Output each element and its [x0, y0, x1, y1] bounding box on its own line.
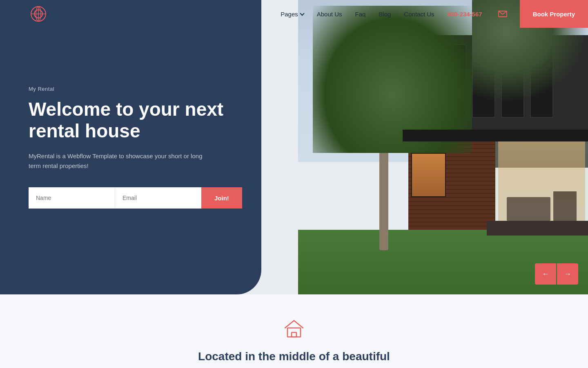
header: Pages About Us Faq Blog Contact Us 800-2… [0, 0, 588, 28]
hero-image-panel: ← → [298, 0, 588, 294]
home-icon [283, 319, 305, 339]
hero-subtitle: My Rental [29, 86, 233, 92]
main-nav: Pages About Us Faq Blog Contact Us 800-2… [281, 7, 510, 21]
bottom-text: Located in the middle of a beautiful lan… [182, 348, 406, 368]
prev-arrow-button[interactable]: ← [535, 263, 556, 285]
logo-icon [29, 5, 47, 23]
logo[interactable] [29, 5, 47, 23]
email-input[interactable] [115, 187, 201, 209]
chevron-down-icon [300, 11, 304, 16]
nav-blog[interactable]: Blog [379, 11, 391, 18]
name-input[interactable] [29, 187, 115, 209]
nav-pages[interactable]: Pages [281, 11, 304, 18]
envelope-icon [498, 11, 507, 17]
hero-form: Join! [29, 187, 212, 209]
bottom-section: Located in the middle of a beautiful lan… [0, 294, 588, 368]
property-image [298, 0, 588, 294]
svg-rect-7 [292, 332, 296, 337]
hero-section: My Rental Welcome to your next rental ho… [0, 0, 588, 294]
nav-about[interactable]: About Us [317, 11, 342, 18]
hero-left-panel: My Rental Welcome to your next rental ho… [0, 0, 261, 294]
join-button[interactable]: Join! [201, 187, 242, 209]
nav-contact[interactable]: Contact Us [404, 11, 434, 18]
hero-title: Welcome to your next rental house [29, 99, 233, 142]
next-arrow-button[interactable]: → [557, 263, 578, 285]
nav-phone[interactable]: 800-234-567 [448, 11, 482, 18]
hero-description: MyRental is a Webflow Template to showca… [29, 151, 204, 171]
book-property-button[interactable]: Book Property [520, 0, 588, 28]
email-icon-button[interactable] [495, 7, 510, 21]
nav-faq[interactable]: Faq [355, 11, 365, 18]
carousel-navigation: ← → [535, 263, 578, 285]
house-icon-wrapper [283, 319, 305, 340]
